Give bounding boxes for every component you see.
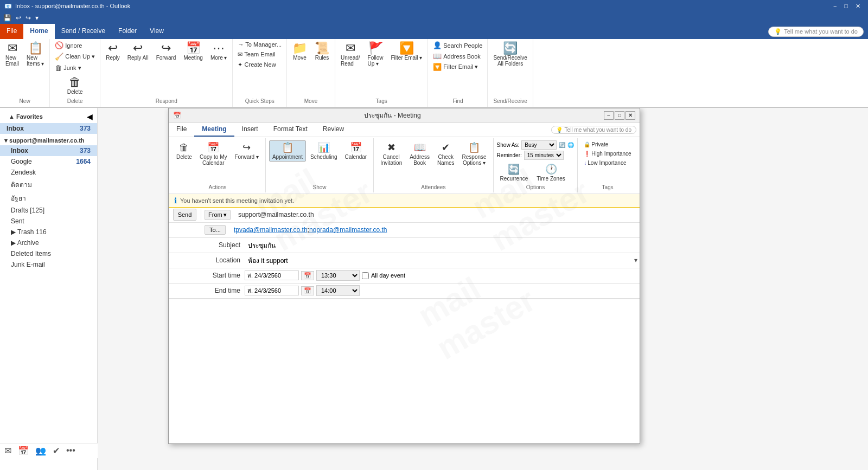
dialog-forward-button[interactable]: ↪ Forward ▾ bbox=[231, 140, 261, 162]
nav-people-icon[interactable]: 👥 bbox=[35, 446, 46, 456]
move-button[interactable]: 📁 Move bbox=[289, 40, 310, 63]
cancel-invite-button[interactable]: ✖ CancelInvitation bbox=[377, 140, 405, 168]
scheduling-button[interactable]: 📊 Scheduling bbox=[307, 140, 340, 162]
qa-undo-icon[interactable]: ↩ bbox=[15, 14, 22, 22]
show-as-select[interactable]: Busy Free Tentative bbox=[521, 140, 557, 150]
forward-button[interactable]: ↪ Forward bbox=[153, 40, 180, 63]
subject-input[interactable] bbox=[245, 239, 640, 251]
end-time-select[interactable]: 14:00 13:30 15:00 bbox=[316, 285, 360, 296]
low-importance-button[interactable]: ↓ Low Importance bbox=[581, 159, 629, 167]
filter-email-find-button[interactable]: 🔽 Filter Email ▾ bbox=[430, 62, 481, 72]
location-dropdown-button[interactable]: ▾ bbox=[632, 255, 640, 265]
meeting-button[interactable]: 📅 Meeting bbox=[180, 40, 206, 63]
sidebar-inbox[interactable]: Inbox 373 bbox=[0, 145, 97, 156]
from-button[interactable]: From ▾ bbox=[205, 210, 231, 220]
reply-all-button[interactable]: ↩ Reply All bbox=[124, 40, 152, 63]
delete-button[interactable]: 🗑 Delete bbox=[64, 74, 86, 97]
body-textarea[interactable] bbox=[173, 304, 635, 438]
qa-dropdown-icon[interactable]: ▾ bbox=[34, 14, 40, 22]
sidebar-trash[interactable]: ▶ Trash 116 bbox=[0, 227, 97, 237]
nav-calendar-icon[interactable]: 📅 bbox=[18, 446, 29, 456]
nav-more-icon[interactable]: ••• bbox=[66, 446, 75, 456]
dialog-tab-review[interactable]: Review bbox=[315, 123, 352, 137]
new-email-button[interactable]: ✉ NewEmail bbox=[2, 40, 22, 69]
rules-button[interactable]: 📜 Rules bbox=[311, 40, 333, 63]
create-new-button[interactable]: ✦ Create New bbox=[235, 60, 278, 69]
attendee-1[interactable]: tpvada@mailmaster.co.th bbox=[234, 226, 308, 234]
attendee-2[interactable]: noprada@mailmaster.co.th bbox=[309, 226, 387, 234]
new-items-button[interactable]: 📋 NewItems ▾ bbox=[23, 40, 47, 69]
tab-send-receive[interactable]: Send / Receive bbox=[55, 24, 112, 39]
nav-tasks-icon[interactable]: ✔ bbox=[53, 446, 60, 456]
copy-to-calendar-button[interactable]: 📅 Copy to MyCalendar bbox=[196, 140, 231, 168]
refresh-icon[interactable]: 🔄 bbox=[559, 142, 565, 148]
sidebar-sent[interactable]: Sent bbox=[0, 216, 97, 227]
close-icon[interactable]: ✕ bbox=[852, 2, 864, 10]
dialog-tab-meeting[interactable]: Meeting bbox=[194, 123, 234, 137]
team-email-button[interactable]: ✉ Team Email bbox=[235, 50, 278, 59]
nav-mail-icon[interactable]: ✉ bbox=[4, 446, 11, 456]
start-time-select[interactable]: 13:30 13:00 14:00 bbox=[316, 270, 360, 281]
dialog-restore-icon[interactable]: □ bbox=[615, 111, 624, 120]
ignore-button[interactable]: 🚫 Ignore bbox=[52, 40, 85, 50]
clean-up-button[interactable]: 🧹 Clean Up ▾ bbox=[52, 51, 98, 62]
dialog-minimize-icon[interactable]: − bbox=[604, 111, 614, 120]
dialog-close-icon[interactable]: ✕ bbox=[626, 111, 635, 120]
location-input[interactable] bbox=[245, 254, 632, 266]
tab-file[interactable]: File bbox=[0, 24, 23, 39]
follow-up-button[interactable]: 🚩 FollowUp ▾ bbox=[365, 40, 387, 69]
high-importance-button[interactable]: ❗ High Importance bbox=[581, 150, 634, 158]
allday-checkbox[interactable] bbox=[362, 272, 369, 279]
dialog-delete-button[interactable]: 🗑 Delete bbox=[173, 140, 195, 162]
reply-button[interactable]: ↩ Reply bbox=[103, 40, 123, 63]
appointment-button[interactable]: 📋 Appointment bbox=[269, 140, 306, 162]
dialog-tab-file[interactable]: File bbox=[169, 123, 194, 137]
qa-redo-icon[interactable]: ↪ bbox=[24, 14, 32, 22]
show-calendar-icon: 📅 bbox=[350, 142, 362, 154]
recurrence-button[interactable]: 🔄 Recurrence bbox=[497, 162, 532, 183]
reminder-select[interactable]: 15 minutes None 5 minutes 30 minutes bbox=[524, 151, 564, 160]
to-manager-button[interactable]: → To Manager... bbox=[235, 40, 284, 49]
dialog-tab-format[interactable]: Format Text bbox=[266, 123, 315, 137]
junk-button[interactable]: 🗑 Junk ▾ bbox=[52, 63, 84, 73]
tell-me-input[interactable]: 💡 Tell me what you want to do bbox=[768, 27, 864, 37]
tab-home[interactable]: Home bbox=[23, 24, 54, 39]
sidebar-fol2[interactable]: อัฐยา bbox=[0, 191, 97, 205]
show-calendar-button[interactable]: 📅 Calendar bbox=[342, 140, 371, 162]
unread-read-button[interactable]: ✉ Unread/Read bbox=[337, 40, 363, 69]
address-book-button[interactable]: 📖 Address Book bbox=[430, 51, 483, 61]
filter-email-button[interactable]: 🔽 Filter Email ▾ bbox=[387, 40, 425, 63]
send-receive-all-button[interactable]: 🔄 Send/ReceiveAll Folders bbox=[490, 40, 530, 69]
sidebar-zendesk[interactable]: Zendesk bbox=[0, 167, 97, 178]
end-date-input[interactable] bbox=[245, 286, 299, 295]
attendees-address-book-button[interactable]: 📖 AddressBook bbox=[406, 140, 433, 168]
sidebar-archive[interactable]: ▶ Archive bbox=[0, 237, 97, 248]
end-calendar-button[interactable]: 📅 bbox=[301, 286, 314, 295]
dialog-tell-me[interactable]: 💡 Tell me what you want to do bbox=[551, 126, 636, 134]
qa-save-icon[interactable]: 💾 bbox=[2, 14, 12, 22]
sidebar-google[interactable]: Google 1664 bbox=[0, 156, 97, 167]
sidebar-fol1[interactable]: ติดตาม bbox=[0, 178, 97, 191]
check-names-button[interactable]: ✔ CheckNames bbox=[434, 140, 458, 168]
search-people-button[interactable]: 👤 Search People bbox=[430, 40, 485, 50]
start-date-input[interactable] bbox=[245, 271, 299, 280]
sidebar-collapse-icon[interactable]: ◀ bbox=[87, 112, 93, 121]
sidebar-deleted[interactable]: Deleted Items bbox=[0, 248, 97, 259]
sidebar-favorites-inbox[interactable]: Inbox 373 bbox=[0, 123, 97, 134]
to-button[interactable]: To... bbox=[205, 225, 226, 235]
start-calendar-button[interactable]: 📅 bbox=[301, 271, 314, 280]
dialog-tab-insert[interactable]: Insert bbox=[234, 123, 266, 137]
dialog-attendees-label: Attendees bbox=[377, 184, 489, 191]
tab-folder[interactable]: Folder bbox=[112, 24, 143, 39]
minimize-icon[interactable]: − bbox=[830, 2, 840, 10]
time-zones-button[interactable]: 🕐 Time Zones bbox=[533, 162, 568, 183]
send-button[interactable]: Send bbox=[173, 209, 197, 221]
more-respond-button[interactable]: ⋯ More ▾ bbox=[207, 40, 231, 63]
response-options-button[interactable]: 📋 ResponseOptions ▾ bbox=[459, 140, 490, 168]
tab-view[interactable]: View bbox=[143, 24, 170, 39]
private-button[interactable]: 🔒 Private bbox=[581, 140, 611, 149]
sidebar-drafts[interactable]: Drafts [125] bbox=[0, 205, 97, 216]
sidebar-junk[interactable]: Junk E-mail bbox=[0, 259, 97, 270]
ribbon-group-quicksteps: → To Manager... ✉ Team Email ✦ Create Ne… bbox=[233, 39, 287, 107]
restore-icon[interactable]: □ bbox=[841, 2, 851, 10]
